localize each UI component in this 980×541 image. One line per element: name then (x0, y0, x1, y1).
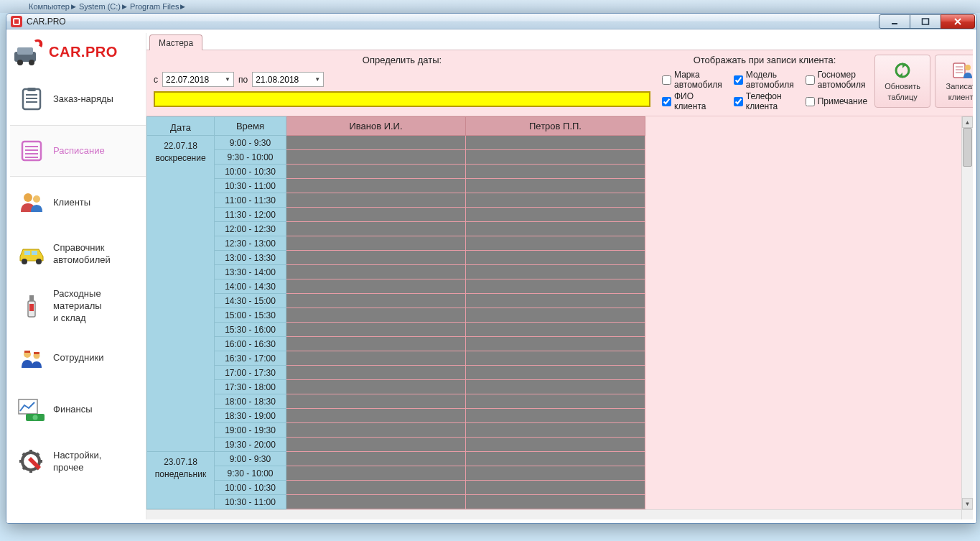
slot-cell[interactable] (466, 208, 645, 222)
checkbox[interactable] (734, 75, 743, 85)
col-header-master[interactable]: Иванов И.И. (286, 117, 466, 136)
slot-cell[interactable] (286, 251, 466, 265)
date-from-input[interactable]: 22.07.2018▼ (162, 72, 234, 87)
slot-cell[interactable] (286, 466, 466, 481)
sidebar-item-staff[interactable]: Сотрудники (10, 333, 146, 384)
sidebar-item-label: Расписание (53, 145, 105, 157)
slot-cell[interactable] (466, 294, 645, 308)
slot-cell[interactable] (286, 452, 466, 466)
slot-cell[interactable] (286, 495, 466, 509)
slot-cell[interactable] (466, 179, 645, 193)
slot-cell[interactable] (286, 294, 466, 308)
slot-cell[interactable] (466, 351, 645, 366)
slot-cell[interactable] (286, 165, 466, 179)
horizontal-scrollbar[interactable] (146, 509, 961, 519)
slot-cell[interactable] (286, 265, 466, 279)
slot-cell[interactable] (286, 222, 466, 236)
slot-cell[interactable] (286, 279, 466, 294)
display-option-1[interactable]: Модель автомобиля (734, 70, 794, 90)
slot-cell[interactable] (466, 423, 645, 438)
checkbox[interactable] (806, 97, 815, 106)
slot-cell[interactable] (286, 308, 466, 323)
display-option-0[interactable]: Марка автомобиля (662, 70, 722, 90)
minimize-button[interactable] (879, 14, 910, 29)
button-label: Обновить (885, 82, 920, 91)
slot-cell[interactable] (286, 423, 466, 438)
display-option-4[interactable]: Телефон клиента (734, 91, 794, 111)
sidebar-item-schedule[interactable]: Расписание (10, 125, 146, 177)
slot-cell[interactable] (286, 193, 466, 208)
sidebar-item-clients[interactable]: Клиенты (10, 177, 146, 228)
scroll-up-icon[interactable]: ▲ (962, 116, 973, 128)
checkbox[interactable] (662, 97, 671, 106)
sidebar-item-carref[interactable]: Справочник автомобилей (10, 228, 146, 280)
slot-cell[interactable] (466, 150, 645, 165)
table-row: 18:30 - 19:00 (147, 409, 645, 423)
slot-cell[interactable] (286, 179, 466, 193)
slot-cell[interactable] (466, 337, 645, 351)
slot-cell[interactable] (466, 394, 645, 409)
schedule-grid-scroll[interactable]: Дата Время Иванов И.И. Петров П.П. 22.07… (146, 116, 961, 509)
slot-cell[interactable] (466, 481, 645, 495)
slot-cell[interactable] (466, 193, 645, 208)
slot-cell[interactable] (286, 136, 466, 150)
search-input[interactable] (154, 91, 650, 107)
slot-cell[interactable] (286, 208, 466, 222)
scrollbar-thumb[interactable] (963, 128, 972, 167)
slot-cell[interactable] (286, 150, 466, 165)
slot-cell[interactable] (286, 481, 466, 495)
sidebar-item-supplies[interactable]: Расходные материалы и склад (10, 280, 146, 333)
table-row: 10:00 - 10:30 (147, 165, 645, 179)
slot-cell[interactable] (466, 409, 645, 423)
vertical-scrollbar[interactable]: ▲ ▼ (961, 116, 973, 509)
close-button[interactable] (941, 14, 975, 29)
maximize-button[interactable] (910, 14, 941, 29)
slot-cell[interactable] (286, 366, 466, 380)
slot-cell[interactable] (466, 236, 645, 251)
titlebar[interactable]: CAR.PRO (6, 14, 976, 29)
slot-cell[interactable] (286, 380, 466, 394)
scroll-down-icon[interactable]: ▼ (962, 498, 973, 509)
slot-cell[interactable] (286, 394, 466, 409)
slot-cell[interactable] (466, 452, 645, 466)
slot-cell[interactable] (466, 366, 645, 380)
sidebar-item-settings[interactable]: Настройки, прочее (10, 436, 146, 488)
date-to-input[interactable]: 21.08.2018▼ (252, 72, 324, 87)
svg-rect-3 (17, 47, 33, 55)
slot-cell[interactable] (466, 136, 645, 150)
checkbox[interactable] (806, 75, 815, 85)
slot-cell[interactable] (466, 438, 645, 452)
col-header-date[interactable]: Дата (147, 117, 215, 136)
slot-cell[interactable] (466, 222, 645, 236)
slot-cell[interactable] (466, 265, 645, 279)
slot-cell[interactable] (466, 466, 645, 481)
svg-rect-27 (24, 351, 30, 353)
slot-cell[interactable] (286, 438, 466, 452)
display-option-5[interactable]: Примечание (806, 91, 867, 111)
display-option-2[interactable]: Госномер автомобиля (806, 70, 867, 90)
sidebar-item-finance[interactable]: Финансы (10, 384, 146, 436)
slot-cell[interactable] (466, 495, 645, 509)
slot-cell[interactable] (286, 236, 466, 251)
checkbox[interactable] (734, 97, 743, 106)
col-header-time[interactable]: Время (215, 117, 286, 136)
refresh-button[interactable]: Обновитьтаблицу (874, 55, 930, 108)
col-header-master[interactable]: Петров П.П. (466, 117, 645, 136)
slot-cell[interactable] (286, 337, 466, 351)
slot-cell[interactable] (286, 323, 466, 337)
time-cell: 12:00 - 12:30 (215, 222, 286, 236)
tab-masters[interactable]: Мастера (149, 34, 202, 50)
slot-cell[interactable] (466, 165, 645, 179)
slot-cell[interactable] (466, 251, 645, 265)
sidebar-item-orders[interactable]: Заказ-наряды (10, 73, 146, 125)
slot-cell[interactable] (286, 409, 466, 423)
svg-point-5 (29, 60, 34, 65)
slot-cell[interactable] (466, 308, 645, 323)
slot-cell[interactable] (286, 351, 466, 366)
checkbox[interactable] (662, 75, 671, 85)
slot-cell[interactable] (466, 279, 645, 294)
add-button[interactable]: Записатьклиента (935, 55, 973, 108)
display-option-3[interactable]: ФИО клиента (662, 91, 722, 111)
slot-cell[interactable] (466, 323, 645, 337)
slot-cell[interactable] (466, 380, 645, 394)
